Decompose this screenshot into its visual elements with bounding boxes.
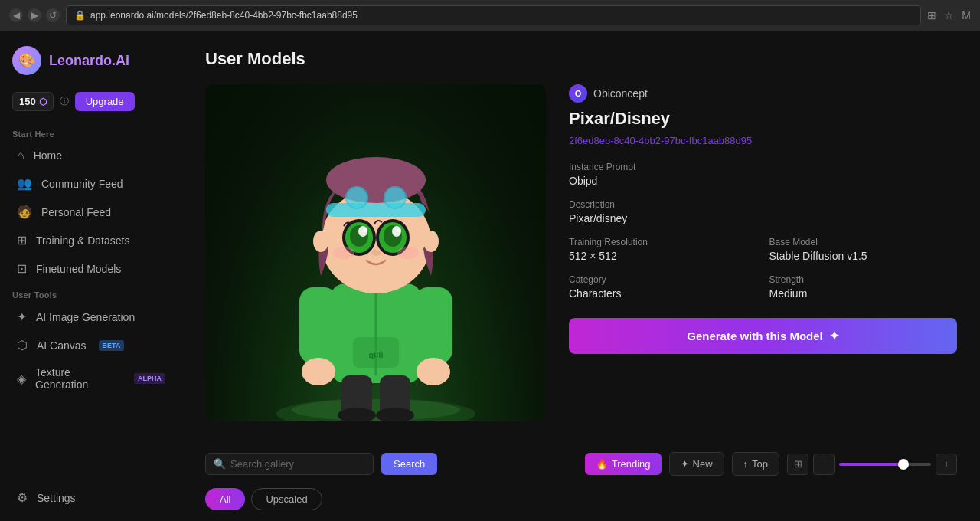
svg-point-30 (371, 250, 381, 256)
trending-label: Trending (612, 458, 651, 470)
model-meta-grid: Training Resolution 512 × 512 Base Model… (569, 237, 957, 300)
sidebar-item-texture[interactable]: ◈ Texture Generation ALPHA (5, 359, 178, 398)
texture-icon: ◈ (17, 372, 26, 386)
ai-image-icon: ✦ (17, 310, 27, 324)
base-model-value: Stable Diffusion v1.5 (769, 250, 958, 262)
zoom-in-button[interactable]: + (936, 454, 957, 475)
sidebar-item-home[interactable]: ⌂ Home (5, 142, 178, 169)
model-creator: O Obiconcept (569, 84, 957, 103)
chibi-character-svg: gilli (261, 100, 491, 421)
address-bar[interactable]: 🔒 app.leonardo.ai/models/2f6ed8eb-8c40-4… (66, 5, 921, 25)
credits-count-value: 150 (19, 96, 36, 107)
sidebar-item-label: AI Canvas (37, 339, 87, 352)
logo-text: Leonardo.Ai (49, 53, 129, 69)
gallery-search-button[interactable]: Search (381, 453, 437, 475)
sidebar-item-settings[interactable]: ⚙ Settings (5, 483, 178, 512)
training-resolution-label: Training Resolution (569, 237, 757, 247)
sidebar-item-finetuned[interactable]: ⊡ Finetuned Models (5, 254, 178, 283)
sidebar-item-label: Finetuned Models (36, 263, 121, 275)
main-content: User Models gilli (182, 31, 980, 521)
gallery-search-container: 🔍 (205, 453, 374, 475)
community-icon: 👥 (17, 176, 32, 191)
page-title: User Models (205, 49, 957, 69)
sidebar-item-ai-canvas[interactable]: ⬡ AI Canvas BETA (5, 331, 178, 359)
sidebar-logo[interactable]: 🎨 Leonardo.Ai (0, 40, 182, 87)
category-value: Characters (569, 287, 757, 300)
sidebar-item-label: Texture Generation (35, 366, 122, 391)
top-button[interactable]: ↑ Top (732, 452, 779, 476)
gallery-section: 🔍 Search 🔥 Trending ✦ New ↑ Top (205, 444, 957, 521)
browser-action-icons: ⊞ ☆ M (927, 9, 971, 21)
beta-badge: BETA (99, 340, 125, 351)
trending-icon: 🔥 (596, 458, 608, 470)
profile-icon[interactable]: M (962, 9, 971, 21)
settings-icon: ⚙ (17, 490, 28, 505)
description-value: Pixar/disney (569, 212, 957, 224)
generate-icon: ✦ (829, 329, 839, 343)
extension-icon[interactable]: ⊞ (927, 9, 936, 21)
alpha-badge: ALPHA (134, 373, 165, 384)
model-image-container: gilli (205, 84, 546, 421)
sidebar-item-label: Community Feed (41, 178, 123, 190)
star-icon[interactable]: ☆ (944, 9, 954, 21)
sidebar-item-label: Personal Feed (41, 206, 111, 218)
personal-icon: 🧑 (17, 205, 32, 219)
sidebar-item-personal-feed[interactable]: 🧑 Personal Feed (5, 198, 178, 226)
training-resolution-value: 512 × 512 (569, 250, 757, 262)
grid-view-button[interactable]: ⊞ (787, 454, 808, 475)
sidebar-item-label: Training & Datasets (36, 234, 129, 247)
view-controls: ⊞ − + (787, 454, 957, 475)
new-button[interactable]: ✦ New (669, 452, 724, 476)
svg-point-32 (397, 247, 419, 259)
forward-button[interactable]: ▶ (28, 8, 41, 22)
back-button[interactable]: ◀ (9, 8, 23, 22)
sidebar-item-label: Home (34, 149, 62, 162)
finetuned-icon: ⊡ (17, 261, 27, 276)
url-text: app.leonardo.ai/models/2f6ed8eb-8c40-4bb… (90, 10, 358, 21)
gallery-search-input[interactable] (230, 458, 365, 470)
category-section: Category Characters (569, 274, 757, 300)
svg-point-34 (423, 231, 439, 252)
training-resolution-section: Training Resolution 512 × 512 (569, 237, 757, 262)
home-icon: ⌂ (17, 149, 24, 162)
filter-upscaled-pill[interactable]: Upscaled (251, 488, 322, 510)
refresh-button[interactable]: ↺ (46, 8, 60, 22)
filter-pills: All Upscaled (205, 488, 957, 510)
svg-rect-7 (414, 287, 452, 364)
gallery-controls: 🔍 Search 🔥 Trending ✦ New ↑ Top (205, 452, 957, 476)
search-icon: 🔍 (214, 458, 226, 470)
strength-section: Strength Medium (769, 274, 958, 300)
top-label: Top (752, 458, 768, 470)
credits-icon: ⬡ (39, 97, 47, 107)
slider-track (839, 463, 931, 466)
ai-canvas-icon: ⬡ (17, 338, 28, 352)
zoom-out-button[interactable]: − (813, 454, 835, 475)
model-id-link[interactable]: 2f6ed8eb-8c40-4bb2-97bc-fbc1aab88d95 (569, 135, 957, 146)
generate-button[interactable]: Generate with this Model ✦ (569, 318, 957, 354)
sidebar-item-training[interactable]: ⊞ Training & Datasets (5, 226, 178, 254)
svg-point-33 (313, 231, 328, 252)
description-section: Description Pixar/disney (569, 199, 957, 224)
new-icon: ✦ (681, 458, 689, 470)
credits-info-icon[interactable]: ⓘ (60, 95, 69, 108)
base-model-label: Base Model (769, 237, 958, 247)
sidebar-item-label: Settings (37, 492, 76, 504)
description-label: Description (569, 199, 957, 210)
svg-point-1 (292, 399, 460, 421)
credits-display: 150 ⬡ (12, 92, 54, 111)
svg-point-29 (397, 228, 400, 232)
creator-initial: O (575, 89, 582, 98)
browser-chrome: ◀ ▶ ↺ 🔒 app.leonardo.ai/models/2f6ed8eb-… (0, 0, 980, 31)
trending-button[interactable]: 🔥 Trending (585, 453, 662, 475)
filter-all-pill[interactable]: All (205, 488, 245, 510)
sidebar-item-ai-image[interactable]: ✦ AI Image Generation (5, 303, 178, 331)
strength-value: Medium (769, 287, 958, 300)
sidebar-item-community-feed[interactable]: 👥 Community Feed (5, 169, 178, 198)
app-container: 🎨 Leonardo.Ai 150 ⬡ ⓘ Upgrade Start Here… (0, 31, 980, 521)
creator-avatar: O (569, 84, 587, 103)
instance-prompt-value: Obipd (569, 175, 957, 187)
upgrade-button[interactable]: Upgrade (75, 92, 135, 111)
sidebar-item-label: AI Image Generation (36, 311, 135, 323)
zoom-slider[interactable] (839, 463, 931, 466)
base-model-section: Base Model Stable Diffusion v1.5 (769, 237, 958, 262)
